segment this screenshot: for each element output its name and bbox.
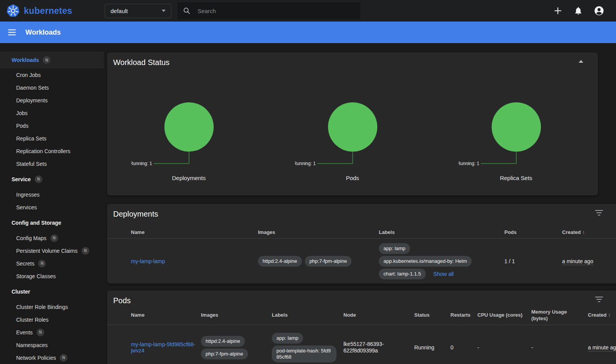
sidebar-item-services[interactable]: Services [0, 201, 104, 214]
sidebar-item-cluster-roles[interactable]: Cluster Roles [0, 313, 104, 326]
replica-sets-pie-chart: Running: 1 Replica Sets [434, 99, 598, 181]
status-cell [107, 258, 131, 264]
collapse-card-button[interactable] [579, 60, 583, 63]
sidebar-item-network-policies[interactable]: Network Policies N [0, 351, 104, 364]
pod-name-link[interactable]: my-lamp-lamp-5fd985cf68-jwvz4 [131, 341, 195, 354]
labels-cell: app: lamp pod-template-hash: 5fd985cf68 [272, 333, 343, 362]
chart-title: Pods [346, 175, 359, 181]
sidebar-item-cluster[interactable]: Cluster [0, 285, 104, 298]
sidebar-item-config-maps[interactable]: Config Maps N [0, 232, 104, 244]
sidebar-item-config-and-storage[interactable]: Config and Storage [0, 216, 104, 229]
filter-button[interactable] [595, 297, 603, 303]
sidebar-item-persistent-volume-claims[interactable]: Persistent Volume Claims N [0, 244, 104, 257]
notifications-button[interactable] [574, 6, 583, 15]
sidebar-item-deployments[interactable]: Deployments [0, 94, 104, 107]
sidebar-item-stateful-sets[interactable]: Stateful Sets [0, 157, 104, 170]
sidebar-item-cron-jobs[interactable]: Cron Jobs [0, 68, 104, 81]
app-header: kubernetes default [0, 0, 616, 22]
sidebar-item-workloads[interactable]: Workloads N [0, 52, 104, 68]
new-badge: N [43, 56, 50, 64]
column-restarts[interactable]: Restarts [450, 312, 477, 318]
image-chip: httpd:2.4-alpine [201, 336, 245, 347]
account-button[interactable] [594, 5, 604, 16]
sidebar-item-jobs[interactable]: Jobs [0, 107, 104, 119]
create-button[interactable] [553, 6, 563, 16]
column-node[interactable]: Node [343, 312, 414, 318]
name-cell: my-lamp-lamp-5fd985cf68-jwvz4 [131, 341, 201, 354]
sidebar-item-namespaces[interactable]: Namespaces [0, 339, 104, 351]
status-text-cell: Running [414, 344, 450, 351]
deployment-name-link[interactable]: my-lamp-lamp [131, 258, 165, 264]
column-labels[interactable]: Labels [272, 312, 343, 318]
column-name[interactable]: Name [131, 229, 258, 235]
pie-legend: Running: 1 [459, 161, 479, 166]
created-cell: a minute ago [588, 344, 616, 351]
show-all-link[interactable]: Show all [434, 271, 454, 277]
brand-name: kubernetes [24, 6, 72, 16]
column-pods[interactable]: Pods [504, 229, 562, 235]
pod-row: my-lamp-lamp-5fd985cf68-jwvz4 httpd:2.4-… [107, 325, 616, 364]
bell-icon [574, 6, 583, 15]
sidebar-item-replication-controllers[interactable]: Replication Controllers [0, 145, 104, 157]
deployments-card: Deployments Name Images Labels Pods Crea… [107, 204, 616, 284]
triangle-up-icon [579, 60, 583, 63]
card-title: Pods [107, 291, 616, 305]
workload-status-card: Workload Status Running: 1 Deployments [107, 52, 598, 195]
restarts-cell: 0 [450, 344, 477, 351]
sidebar-item-pods[interactable]: Pods [0, 119, 104, 132]
sidebar: Workloads N Cron Jobs Daemon Sets Deploy… [0, 43, 104, 364]
new-badge: N [82, 247, 89, 255]
sidebar-item-storage-classes[interactable]: Storage Classes [0, 270, 104, 282]
filter-list-icon [595, 297, 603, 302]
search-input[interactable] [198, 8, 355, 14]
column-created[interactable]: Created↑ [588, 312, 616, 318]
chart-title: Deployments [172, 175, 206, 181]
sidebar-item-cluster-role-bindings[interactable]: Cluster Role Bindings [0, 301, 104, 313]
column-memory-usage[interactable]: Memory Usage (bytes) [531, 309, 588, 322]
main-content: Workload Status Running: 1 Deployments [104, 43, 616, 364]
column-cpu-usage[interactable]: CPU Usage (cores) [477, 312, 531, 318]
card-title: Deployments [107, 204, 616, 219]
column-labels[interactable]: Labels [379, 229, 504, 235]
pie-chart-svg: Running: 1 [131, 99, 247, 171]
image-chip: httpd:2.4-alpine [258, 256, 302, 267]
sidebar-item-daemon-sets[interactable]: Daemon Sets [0, 81, 104, 94]
sidebar-item-service[interactable]: Service N [0, 173, 104, 185]
sidebar-item-secrets[interactable]: Secrets N [0, 257, 104, 270]
column-status[interactable]: Status [414, 312, 450, 318]
sidebar-item-replica-sets[interactable]: Replica Sets [0, 132, 104, 145]
namespace-value: default [110, 8, 128, 14]
node-cell: lke55127-86393-622f8d09399a [343, 341, 410, 354]
new-badge: N [35, 175, 42, 183]
sort-ascending-icon: ↑ [582, 229, 585, 235]
column-created[interactable]: Created↑ [562, 229, 616, 235]
filter-button[interactable] [595, 210, 603, 217]
plus-icon [553, 6, 563, 16]
pie-chart-svg: Running: 1 [459, 99, 574, 171]
namespace-selector[interactable]: default [105, 4, 171, 18]
label-chip: pod-template-hash: 5fd985cf68 [272, 346, 336, 362]
sidebar-item-events[interactable]: Events N [0, 326, 104, 339]
column-images[interactable]: Images [258, 229, 379, 235]
column-images[interactable]: Images [201, 312, 272, 318]
labels-cell: app: lamp app.kubernetes.io/managed-by: … [379, 243, 504, 279]
pods-card: Pods Name Images Labels Node Status Rest… [107, 291, 616, 364]
label-chip: app: lamp [272, 333, 303, 344]
memory-usage-cell: - [531, 344, 588, 351]
cpu-usage-cell: - [477, 344, 531, 351]
new-badge: N [50, 234, 58, 242]
sidebar-item-ingresses[interactable]: Ingresses [0, 188, 104, 201]
search-bar[interactable] [177, 2, 360, 19]
deployments-pie-chart: Running: 1 Deployments [107, 99, 271, 181]
header-actions [553, 5, 610, 16]
menu-button[interactable] [7, 27, 17, 37]
deployment-row: my-lamp-lamp httpd:2.4-alpine php:7-fpm-… [107, 239, 616, 284]
account-circle-icon [594, 5, 604, 16]
new-badge: N [38, 260, 46, 267]
pie-chart-svg: Running: 1 [295, 99, 410, 171]
pods-pie-chart: Running: 1 Pods [271, 99, 434, 181]
pods-cell: 1 / 1 [504, 258, 562, 264]
images-cell: httpd:2.4-alpine php:7-fpm-alpine [258, 256, 379, 267]
column-name[interactable]: Name [131, 312, 201, 318]
new-badge: N [60, 354, 67, 362]
